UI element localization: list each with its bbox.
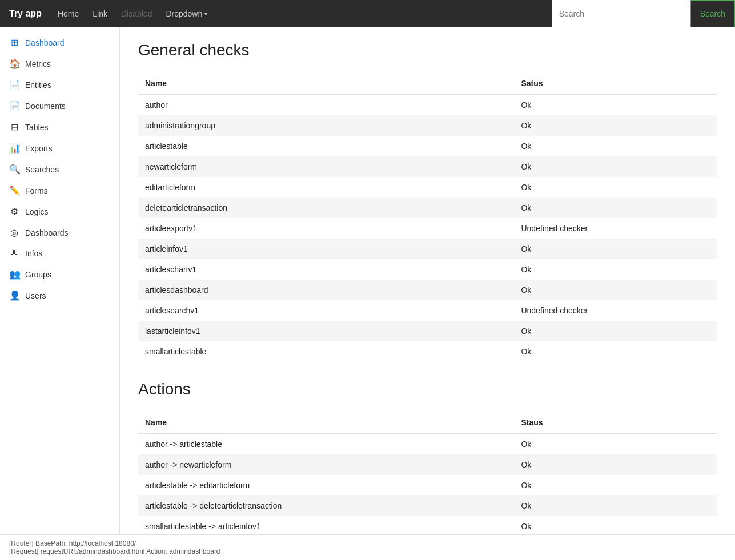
nav-item-dropdown[interactable]: Dropdown ▾: [159, 0, 214, 27]
main-content: General checks Name Satus authorOkadmini…: [120, 27, 735, 534]
sidebar-item-documents[interactable]: 📄 Documents: [0, 95, 119, 116]
sidebar-label-searches: Searches: [25, 165, 59, 174]
check-status: Ok: [514, 156, 717, 177]
sidebar: ⊞ Dashboard 🏠 Metrics 📄 Entities 📄 Docum…: [0, 27, 120, 534]
check-status: Ok: [514, 341, 717, 362]
users-icon: 👤: [9, 290, 19, 301]
action-status: Ok: [514, 433, 717, 454]
sidebar-label-documents: Documents: [25, 102, 66, 111]
check-status: Undefined checker: [514, 300, 717, 321]
logics-icon: ⚙: [9, 206, 19, 217]
forms-icon: ✏️: [9, 185, 19, 196]
action-name: articlestable -> deletearticletransactio…: [138, 495, 514, 516]
check-status: Ok: [514, 280, 717, 300]
table-row: author -> articlestableOk: [138, 433, 717, 454]
search-button[interactable]: Search: [690, 0, 735, 27]
navbar: Try app Home Link Disabled Dropdown ▾ Se…: [0, 0, 735, 27]
check-name: administrationgroup: [138, 115, 514, 136]
nav-links: Home Link Disabled Dropdown ▾: [51, 0, 552, 27]
table-row: articleinfov1Ok: [138, 239, 717, 259]
sidebar-label-logics: Logics: [25, 207, 48, 216]
check-name: author: [138, 94, 514, 115]
table-row: smallarticlestableOk: [138, 341, 717, 362]
sidebar-item-dashboards[interactable]: ◎ Dashboards: [0, 222, 119, 243]
sidebar-label-entities: Entities: [25, 80, 51, 90]
check-status: Undefined checker: [514, 218, 717, 239]
dashboards-icon: ◎: [9, 227, 19, 238]
check-name: articlestable: [138, 136, 514, 156]
nav-item-home[interactable]: Home: [51, 0, 86, 27]
sidebar-label-groups: Groups: [25, 270, 51, 279]
sidebar-item-dashboard[interactable]: ⊞ Dashboard: [0, 32, 119, 53]
entities-icon: 📄: [9, 79, 19, 90]
table-row: articlesearchv1Undefined checker: [138, 300, 717, 321]
check-status: Ok: [514, 259, 717, 280]
sidebar-item-tables[interactable]: ⊟ Tables: [0, 116, 119, 138]
searches-icon: 🔍: [9, 164, 19, 175]
app-brand[interactable]: Try app: [0, 0, 51, 27]
table-row: articlestable -> editarticleformOk: [138, 475, 717, 495]
action-name: author -> articlestable: [138, 433, 514, 454]
sidebar-item-forms[interactable]: ✏️ Forms: [0, 180, 119, 201]
action-status: Ok: [514, 454, 717, 475]
sidebar-label-exports: Exports: [25, 144, 52, 153]
table-row: articleexportv1Undefined checker: [138, 218, 717, 239]
table-row: administrationgroupOk: [138, 115, 717, 136]
check-status: Ok: [514, 239, 717, 259]
sidebar-item-infos[interactable]: 👁 Infos: [0, 243, 119, 264]
action-status: Ok: [514, 516, 717, 534]
check-name: articleinfov1: [138, 239, 514, 259]
action-name: smallarticlestable -> articleinfov1: [138, 516, 514, 534]
action-name: author -> newarticleform: [138, 454, 514, 475]
action-name: articlestable -> editarticleform: [138, 475, 514, 495]
check-name: articleexportv1: [138, 218, 514, 239]
nav-item-dropdown-label: Dropdown: [166, 9, 202, 18]
check-status: Ok: [514, 136, 717, 156]
sidebar-label-users: Users: [25, 291, 46, 300]
actions-title: Actions: [138, 380, 717, 398]
check-status: Ok: [514, 115, 717, 136]
general-checks-table: Name Satus authorOkadministrationgroupOk…: [138, 73, 717, 362]
sidebar-label-infos: Infos: [25, 249, 42, 258]
footer-line2: [Request] requestURI:/admindashboard.htm…: [9, 547, 726, 555]
sidebar-item-groups[interactable]: 👥 Groups: [0, 264, 119, 285]
table-row: articleschartv1Ok: [138, 259, 717, 280]
general-checks-title: General checks: [138, 41, 717, 59]
check-name: articleschartv1: [138, 259, 514, 280]
table-row: authorOk: [138, 94, 717, 115]
sidebar-item-searches[interactable]: 🔍 Searches: [0, 159, 119, 180]
table-row: newarticleformOk: [138, 156, 717, 177]
actions-table: Name Staus author -> articlestableOkauth…: [138, 412, 717, 534]
general-checks-name-col: Name: [138, 73, 514, 94]
action-status: Ok: [514, 495, 717, 516]
sidebar-item-users[interactable]: 👤 Users: [0, 285, 119, 306]
documents-icon: 📄: [9, 100, 19, 111]
table-row: editarticleformOk: [138, 177, 717, 198]
sidebar-label-dashboard: Dashboard: [25, 38, 65, 47]
check-status: Ok: [514, 177, 717, 198]
dashboard-icon: ⊞: [9, 37, 19, 48]
table-row: smallarticlestable -> articleinfov1Ok: [138, 516, 717, 534]
sidebar-item-entities[interactable]: 📄 Entities: [0, 74, 119, 95]
groups-icon: 👥: [9, 269, 19, 280]
check-name: articlesearchv1: [138, 300, 514, 321]
nav-item-link[interactable]: Link: [86, 0, 114, 27]
sidebar-item-metrics[interactable]: 🏠 Metrics: [0, 53, 119, 74]
actions-status-col: Staus: [514, 412, 717, 433]
table-row: author -> newarticleformOk: [138, 454, 717, 475]
check-name: editarticleform: [138, 177, 514, 198]
search-input[interactable]: [552, 0, 690, 27]
check-status: Ok: [514, 198, 717, 218]
check-name: newarticleform: [138, 156, 514, 177]
page-layout: ⊞ Dashboard 🏠 Metrics 📄 Entities 📄 Docum…: [0, 27, 735, 534]
sidebar-label-dashboards: Dashboards: [25, 228, 69, 237]
metrics-icon: 🏠: [9, 58, 19, 69]
nav-item-disabled: Disabled: [114, 0, 159, 27]
exports-icon: 📊: [9, 143, 19, 154]
sidebar-item-logics[interactable]: ⚙ Logics: [0, 201, 119, 222]
sidebar-item-exports[interactable]: 📊 Exports: [0, 138, 119, 159]
actions-name-col: Name: [138, 412, 514, 433]
check-name: deletearticletransaction: [138, 198, 514, 218]
search-area: Search: [552, 0, 735, 27]
sidebar-label-forms: Forms: [25, 186, 48, 195]
